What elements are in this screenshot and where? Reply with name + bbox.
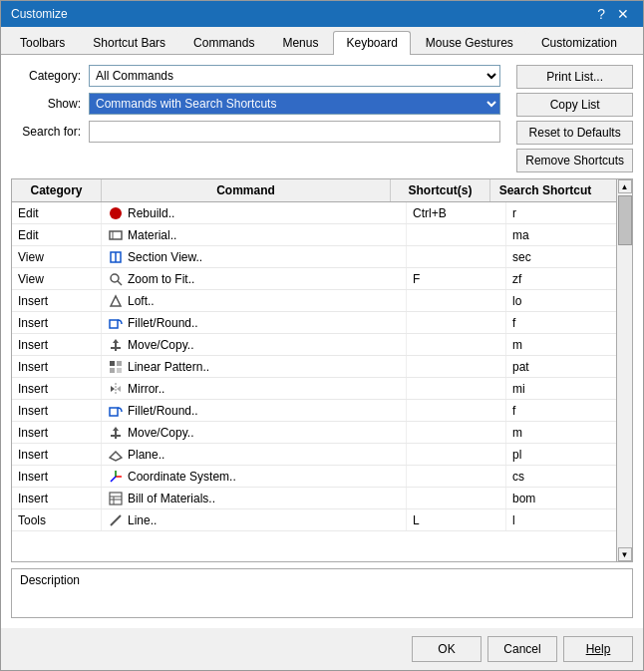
description-label: Description <box>20 573 624 587</box>
col-shortcut: Shortcut(s) <box>391 179 490 201</box>
svg-rect-11 <box>117 361 122 366</box>
ok-button[interactable]: OK <box>412 636 482 662</box>
cell-category: View <box>12 268 102 289</box>
command-icon <box>108 271 124 287</box>
cell-search-shortcut: pat <box>506 356 616 377</box>
command-icon <box>108 249 124 265</box>
command-icon <box>108 227 124 243</box>
cell-shortcut <box>407 444 506 465</box>
table-row[interactable]: InsertMove/Copy..m <box>12 334 616 356</box>
table-row[interactable]: InsertBill of Materials..bom <box>12 488 616 509</box>
tab-customization[interactable]: Customization <box>528 31 630 54</box>
cell-shortcut <box>407 334 506 355</box>
tab-menus[interactable]: Menus <box>269 31 331 54</box>
title-bar-buttons: ? ✕ <box>593 7 633 21</box>
command-icon <box>108 337 124 353</box>
show-label: Show: <box>11 97 81 111</box>
scroll-thumb[interactable] <box>618 195 632 245</box>
command-icon <box>108 469 124 485</box>
table-header: Category Command Shortcut(s) Search Shor… <box>12 179 616 202</box>
table-row[interactable]: ViewSection View..sec <box>12 246 616 268</box>
svg-point-0 <box>110 207 122 219</box>
table-row[interactable]: EditRebuild..Ctrl+Br <box>12 202 616 224</box>
svg-rect-8 <box>110 320 118 328</box>
cell-command: Rebuild.. <box>102 202 407 223</box>
description-section: Description <box>11 568 633 618</box>
cell-command: Zoom to Fit.. <box>102 268 407 289</box>
cancel-button[interactable]: Cancel <box>487 636 557 662</box>
main-content: Category: All Commands Show: Commands wi… <box>1 55 643 628</box>
print-list-button[interactable]: Print List... <box>516 65 633 89</box>
help-bottom-button[interactable]: Help <box>563 636 633 662</box>
svg-marker-7 <box>111 296 121 306</box>
cell-search-shortcut: sec <box>506 246 616 267</box>
table-row[interactable]: InsertFillet/Round..f <box>12 312 616 334</box>
cell-shortcut: F <box>407 268 506 289</box>
command-icon <box>108 381 124 397</box>
cell-command: Coordinate System.. <box>102 466 407 487</box>
cell-category: Insert <box>12 356 102 377</box>
scroll-down-arrow[interactable]: ▼ <box>618 547 632 561</box>
col-search-shortcut: Search Shortcut <box>490 179 600 201</box>
table-row[interactable]: InsertPlane..pl <box>12 444 616 466</box>
show-row: Show: Commands with Search Shortcuts <box>11 93 500 115</box>
cell-shortcut <box>407 290 506 311</box>
tab-mouse-gestures[interactable]: Mouse Gestures <box>413 31 526 54</box>
command-icon <box>108 315 124 331</box>
cell-search-shortcut: mi <box>506 378 616 399</box>
cell-search-shortcut: pl <box>506 444 616 465</box>
cell-shortcut <box>407 400 506 421</box>
table-row[interactable]: InsertFillet/Round..f <box>12 400 616 422</box>
cell-command: Line.. <box>102 509 407 530</box>
category-row: Category: All Commands <box>11 65 500 87</box>
cell-command: Fillet/Round.. <box>102 312 407 333</box>
scroll-up-arrow[interactable]: ▲ <box>618 179 632 193</box>
show-select[interactable]: Commands with Search Shortcuts <box>89 93 500 115</box>
svg-line-22 <box>111 477 116 482</box>
help-button[interactable]: ? <box>593 7 609 21</box>
cell-category: Tools <box>12 509 102 530</box>
category-select[interactable]: All Commands <box>89 65 500 87</box>
svg-marker-18 <box>111 427 121 439</box>
table-row[interactable]: ViewZoom to Fit..Fzf <box>12 268 616 290</box>
cell-shortcut <box>407 422 506 443</box>
table-row[interactable]: InsertLoft..lo <box>12 290 616 312</box>
svg-marker-16 <box>117 386 121 392</box>
search-row: Search for: <box>11 121 500 143</box>
category-label: Category: <box>11 69 81 83</box>
table-row[interactable]: InsertMove/Copy..m <box>12 422 616 444</box>
table-row[interactable]: EditMaterial..ma <box>12 224 616 246</box>
svg-rect-12 <box>110 368 115 373</box>
tab-commands[interactable]: Commands <box>180 31 267 54</box>
cell-search-shortcut: ma <box>506 224 616 245</box>
scrollbar[interactable]: ▲ ▼ <box>616 179 632 561</box>
table-row[interactable]: ToolsLine..Ll <box>12 509 616 531</box>
cell-command: Section View.. <box>102 246 407 267</box>
cell-category: Insert <box>12 312 102 333</box>
svg-point-5 <box>111 274 119 282</box>
remove-shortcuts-button[interactable]: Remove Shortcuts <box>516 149 633 172</box>
commands-table: Category Command Shortcut(s) Search Shor… <box>11 178 633 562</box>
tab-shortcut-bars[interactable]: Shortcut Bars <box>80 31 178 54</box>
command-icon <box>108 293 124 309</box>
cell-category: View <box>12 246 102 267</box>
copy-list-button[interactable]: Copy List <box>516 93 633 117</box>
table-row[interactable]: InsertCoordinate System..cs <box>12 466 616 488</box>
svg-marker-19 <box>110 452 122 461</box>
cell-category: Insert <box>12 488 102 508</box>
command-icon <box>108 512 124 528</box>
cell-shortcut <box>407 312 506 333</box>
tab-keyboard[interactable]: Keyboard <box>333 31 410 55</box>
cell-command: Linear Pattern.. <box>102 356 407 377</box>
table-body: EditRebuild..Ctrl+BrEditMaterial..maView… <box>12 202 616 561</box>
cell-search-shortcut: lo <box>506 290 616 311</box>
table-row[interactable]: InsertLinear Pattern..pat <box>12 356 616 378</box>
cell-category: Insert <box>12 334 102 355</box>
close-button[interactable]: ✕ <box>613 7 633 21</box>
cell-category: Insert <box>12 290 102 311</box>
reset-defaults-button[interactable]: Reset to Defaults <box>516 121 633 145</box>
table-row[interactable]: InsertMirror..mi <box>12 378 616 400</box>
search-input[interactable] <box>89 121 500 143</box>
cell-shortcut <box>407 246 506 267</box>
tab-toolbars[interactable]: Toolbars <box>7 31 78 54</box>
